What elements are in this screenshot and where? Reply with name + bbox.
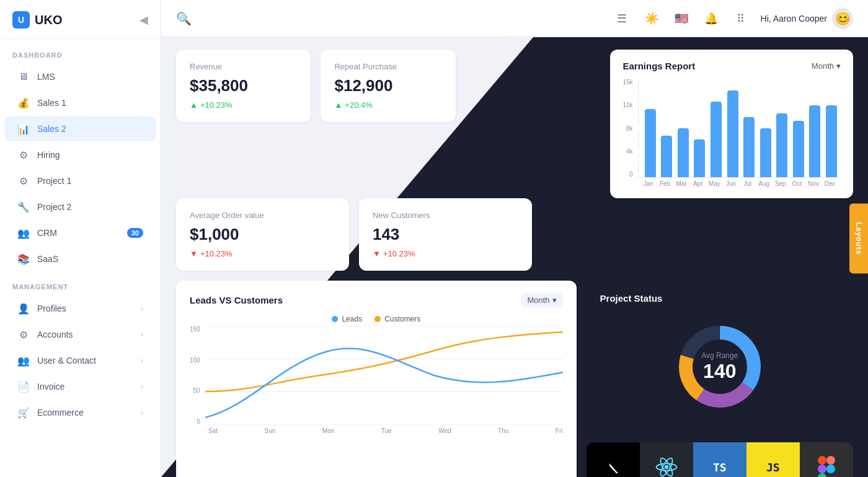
crm-badge: 30 (127, 228, 143, 238)
ecommerce-icon: 🛒 (17, 406, 30, 419)
repeat-card: Repeat Purchase $12,900 ▲ +20.4% (321, 50, 456, 122)
sidebar-item-invoice[interactable]: 📄 Invoice › (5, 374, 156, 399)
sidebar-item-label: Accounts (37, 330, 133, 339)
bar-x-label: Mar (673, 180, 690, 187)
bar (661, 136, 672, 177)
logo[interactable]: U UKO (12, 11, 62, 28)
month-select-button[interactable]: Month ▾ (812, 61, 841, 71)
chevron-right-icon: › (141, 330, 143, 339)
saas-icon: 📚 (17, 253, 30, 265)
project2-icon: 🔧 (17, 201, 30, 213)
leads-dot (332, 316, 338, 322)
sidebar-item-hiring[interactable]: ⚙ Hiring (5, 142, 156, 167)
user-profile[interactable]: Hi, Aaron Cooper 😊 (761, 8, 853, 29)
svg-rect-18 (826, 465, 835, 473)
sidebar-item-profiles[interactable]: 👤 Profiles › (5, 296, 156, 321)
profiles-icon: 👤 (17, 302, 30, 315)
collapse-button[interactable]: ◀ (140, 13, 148, 27)
apps-icon[interactable]: ⠿ (731, 9, 751, 28)
new-customers-value: 143 (373, 225, 518, 244)
avg-order-value: $1,000 (190, 225, 335, 244)
dashboard-inner: Revenue $35,800 ▲ +10.23% Repeat Purchas… (176, 50, 853, 477)
main-content: 🔍 ☰ ☀️ 🇺🇸 🔔 ⠿ Hi, Aaron Cooper 😊 (161, 0, 868, 477)
sidebar-item-project1[interactable]: ⚙ Project 1 (5, 168, 156, 193)
search-bar[interactable]: 🔍 (176, 11, 602, 26)
avg-value: 140 (701, 360, 738, 383)
leads-y-axis: 150100500 (190, 326, 203, 425)
avg-order-label: Average Order value (190, 211, 335, 220)
leads-card: Leads VS Customers Month ▾ Leads (176, 281, 577, 477)
down-arrow-icon: ▼ (373, 249, 381, 258)
javascript-icon[interactable]: JS (746, 442, 800, 477)
sidebar-item-label: Project 1 (37, 176, 143, 186)
chevron-down-icon: ▾ (552, 295, 557, 305)
bar-x-label: Dec (822, 180, 838, 187)
bar (727, 90, 738, 177)
sidebar-item-user-contact[interactable]: 👥 User & Contact › (5, 348, 156, 373)
figma-icon[interactable] (800, 442, 853, 477)
earnings-card-header: Earnings Report Month ▾ (622, 61, 841, 71)
revenue-change: ▲ +10.23% (190, 100, 297, 110)
avg-label: Avg Range (701, 351, 738, 360)
svg-rect-15 (818, 456, 826, 465)
chevron-right-icon: › (141, 356, 143, 365)
bar-x-label: May (706, 180, 723, 187)
bar (678, 128, 689, 177)
chevron-right-icon: › (141, 408, 143, 417)
bar-x-label: Apr (689, 180, 706, 187)
bar (809, 105, 820, 177)
customers-dot (374, 316, 381, 322)
leads-line-chart (205, 326, 563, 425)
svg-rect-16 (826, 456, 835, 465)
y-axis: 15k11k8k4k0 (622, 79, 635, 178)
sidebar-item-label: Sales 1 (37, 98, 143, 108)
leads-title: Leads VS Customers (190, 295, 283, 305)
bar-x-label: Sep (772, 180, 789, 187)
bar (743, 117, 755, 177)
menu-icon[interactable]: ☰ (612, 9, 632, 28)
dashboard-section-label: DASHBOARD (0, 40, 161, 64)
leads-month-button[interactable]: Month ▾ (521, 293, 562, 307)
layouts-tab[interactable]: Layouts (849, 203, 868, 273)
sidebar-item-accounts[interactable]: ⚙ Accounts › (5, 322, 156, 347)
repeat-value: $12,900 (334, 76, 442, 95)
repeat-change: ▲ +20.4% (334, 100, 442, 110)
bar-wrap (824, 105, 838, 177)
sidebar-item-label: User & Contact (37, 356, 133, 365)
react-icon[interactable] (640, 442, 693, 477)
sidebar-item-label: Project 2 (37, 202, 143, 212)
sidebar-logo: U UKO ◀ (0, 0, 161, 40)
user-contact-icon: 👥 (17, 354, 30, 367)
sidebar-item-crm[interactable]: 👥 CRM 30 (5, 221, 156, 245)
bar-wrap (644, 109, 658, 177)
nextjs-icon[interactable] (587, 442, 640, 477)
revenue-card: Revenue $35,800 ▲ +10.23% (176, 50, 311, 122)
donut-area: Avg Range 140 (600, 311, 839, 422)
flag-icon[interactable]: 🇺🇸 (671, 9, 691, 28)
sidebar-item-saas[interactable]: 📚 SaaS (5, 247, 156, 271)
bar-wrap (758, 128, 773, 177)
theme-icon[interactable]: ☀️ (642, 9, 662, 28)
bar-wrap (742, 117, 756, 177)
sidebar-item-sales2[interactable]: 📊 Sales 2 (5, 116, 156, 141)
sidebar-item-ecommerce[interactable]: 🛒 Ecommerce › (5, 400, 156, 425)
tech-icons-row: TS JS (587, 442, 853, 477)
svg-point-11 (664, 465, 668, 470)
leads-x-labels: SatSunMonTueWedThuFri (190, 427, 563, 434)
chevron-right-icon: › (141, 382, 143, 391)
donut-center-text: Avg Range 140 (701, 351, 738, 383)
lms-icon: 🖥 (17, 71, 30, 83)
avatar: 😊 (832, 8, 853, 29)
chevron-down-icon: ▾ (836, 61, 841, 71)
svg-point-10 (604, 458, 622, 476)
sidebar-item-project2[interactable]: 🔧 Project 2 (5, 195, 156, 219)
sidebar-item-lms[interactable]: 🖥 LMS (5, 64, 156, 89)
typescript-icon[interactable]: TS (693, 442, 746, 477)
bar-x-label: Aug (756, 180, 773, 187)
sidebar-item-sales1[interactable]: 💰 Sales 1 (5, 90, 156, 115)
project-title: Project Status (600, 293, 663, 304)
svg-rect-17 (818, 465, 826, 473)
notification-icon[interactable]: 🔔 (701, 9, 721, 28)
bar-chart-area (638, 79, 841, 178)
sidebar-item-label: CRM (37, 228, 120, 238)
